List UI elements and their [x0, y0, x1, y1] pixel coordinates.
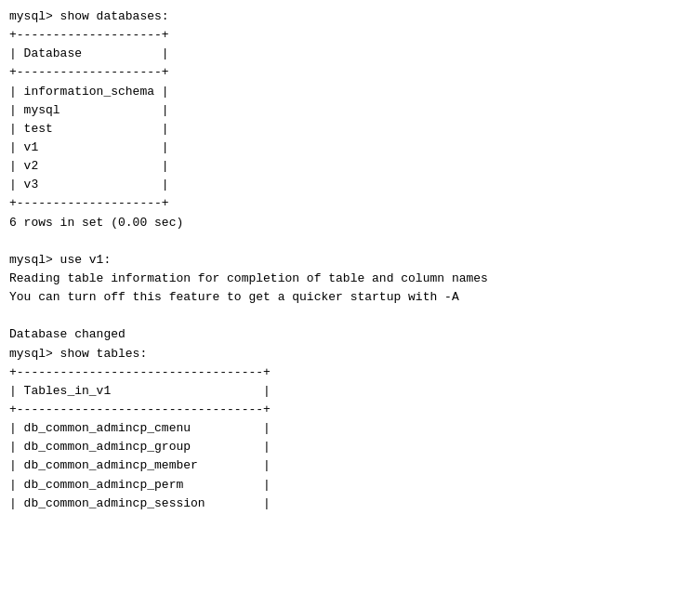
- terminal-output: mysql> show databases: +----------------…: [9, 7, 691, 513]
